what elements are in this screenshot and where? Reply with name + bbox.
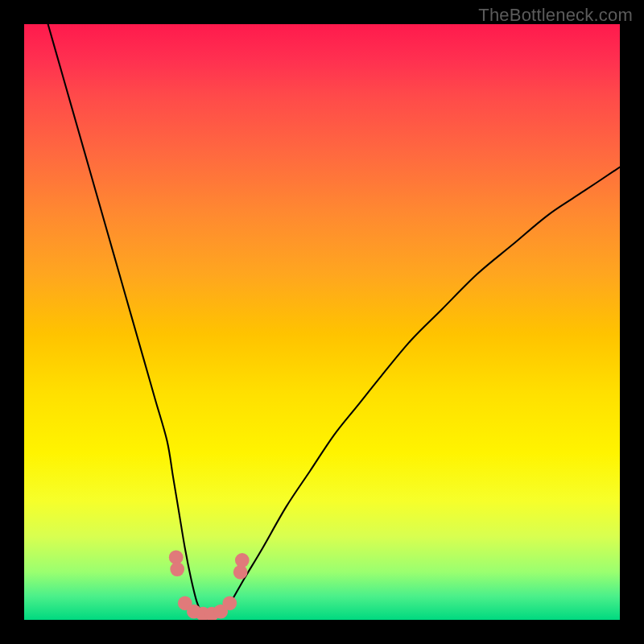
curve-marker <box>235 553 250 568</box>
curve-marker <box>222 596 237 610</box>
curve-marker <box>170 562 184 576</box>
plot-area <box>24 24 620 620</box>
curve-layer <box>24 24 620 620</box>
chart-frame: TheBottleneck.com <box>0 0 644 644</box>
watermark-text: TheBottleneck.com <box>478 5 633 26</box>
curve-markers <box>169 550 250 620</box>
bottleneck-curve <box>48 24 620 617</box>
